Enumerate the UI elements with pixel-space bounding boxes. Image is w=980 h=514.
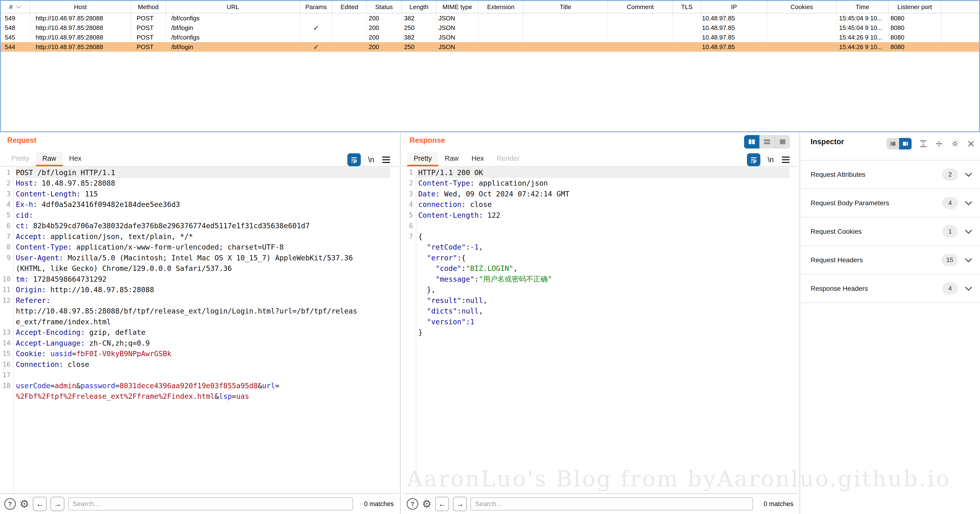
previous-match-button[interactable]: ← bbox=[435, 497, 449, 511]
inspector-section-request-cookies[interactable]: Request Cookies1 bbox=[801, 217, 980, 246]
column-header-mime-type[interactable]: MIME type bbox=[437, 1, 479, 13]
search-settings-gear-icon[interactable]: ⚙ bbox=[20, 499, 29, 509]
code-text: Accept: application/json, text/plain, */… bbox=[16, 231, 390, 242]
inspector-section-count-badge: 4 bbox=[942, 197, 958, 209]
request-search-input[interactable] bbox=[68, 498, 353, 511]
table-cell-ip: 10.48.97.85 bbox=[701, 33, 767, 42]
inspector-section-request-attributes[interactable]: Request Attributes2 bbox=[801, 160, 980, 189]
request-tab-hex[interactable]: Hex bbox=[63, 152, 88, 166]
code-text: Cookie: uasid=fbF0I-V0kyB9NPpAwrGSBk bbox=[16, 348, 390, 359]
table-cell-listener_port: 8080 bbox=[889, 23, 941, 33]
word-wrap-icon bbox=[749, 156, 758, 164]
dock-left-button[interactable] bbox=[887, 138, 899, 150]
code-text: Origin: http://10.48.97.85:28088 bbox=[16, 284, 390, 295]
column-header-method[interactable]: Method bbox=[131, 1, 166, 13]
response-inspector-divider[interactable] bbox=[800, 133, 800, 514]
inspector-settings-gear-icon[interactable] bbox=[951, 139, 959, 148]
column-header-ip[interactable]: IP bbox=[701, 1, 767, 13]
column-header-label: Method bbox=[138, 3, 159, 11]
request-editor[interactable]: 1POST /bf/login HTTP/1.12Host: 10.48.97.… bbox=[0, 167, 399, 493]
column-header-title[interactable]: Title bbox=[523, 1, 608, 13]
code-text: Content-Length: 122 bbox=[418, 210, 789, 220]
line-number: 6 bbox=[402, 222, 416, 230]
layout-single-button[interactable] bbox=[775, 135, 790, 148]
code-segment: gzip, deflate bbox=[85, 328, 145, 337]
table-row[interactable]: 544http://10.48.97.85:28088POST/bf/login… bbox=[1, 42, 979, 52]
code-segment: close bbox=[64, 360, 89, 369]
dock-right-button[interactable] bbox=[899, 138, 912, 150]
editor-menu-icon[interactable] bbox=[781, 156, 791, 164]
column-header-extension[interactable]: Extension bbox=[479, 1, 523, 13]
code-line: 11Origin: http://10.48.97.85:28088 bbox=[0, 284, 399, 295]
column-header-edited[interactable]: Edited bbox=[332, 1, 367, 13]
response-tab-hex[interactable]: Hex bbox=[465, 152, 490, 166]
response-tab-render[interactable]: Render bbox=[490, 152, 526, 166]
table-cell-host: http://10.48.97.85:28088 bbox=[30, 33, 131, 42]
response-tab-raw[interactable]: Raw bbox=[438, 152, 465, 166]
table-cell-cookies bbox=[767, 23, 837, 33]
code-segment: null bbox=[461, 307, 479, 315]
code-segment: "error" bbox=[418, 254, 457, 262]
request-tab-pretty[interactable]: Pretty bbox=[5, 152, 36, 166]
table-row[interactable]: 549http://10.48.97.85:28088POST/bf/confi… bbox=[1, 13, 979, 23]
column-header-time[interactable]: Time bbox=[837, 1, 889, 13]
column-header-label: Listener port bbox=[897, 3, 932, 11]
column-header-comment[interactable]: Comment bbox=[608, 1, 673, 13]
column-header-status[interactable]: Status bbox=[367, 1, 402, 13]
column-header-host[interactable]: Host bbox=[30, 1, 131, 13]
request-response-divider[interactable] bbox=[400, 133, 401, 514]
response-search-input[interactable] bbox=[471, 498, 753, 511]
column-header-label: Extension bbox=[487, 3, 514, 11]
line-number: 5 bbox=[402, 211, 416, 219]
code-text: HTTP/1.1 200 OK bbox=[418, 167, 789, 178]
column-header-params[interactable]: Params bbox=[300, 1, 332, 13]
code-segment: User-Agent: bbox=[16, 254, 64, 262]
editor-menu-icon[interactable] bbox=[381, 156, 391, 164]
close-icon[interactable] bbox=[967, 140, 975, 148]
layout-rows-button[interactable] bbox=[759, 135, 775, 148]
table-cell-cookies bbox=[767, 13, 837, 23]
code-text: cid: bbox=[16, 210, 390, 220]
table-row[interactable]: 545http://10.48.97.85:28088POST/bf/confi… bbox=[1, 33, 979, 42]
show-newlines-toggle[interactable]: \n bbox=[368, 155, 374, 164]
column-header--[interactable]: # bbox=[1, 1, 30, 13]
request-tab-raw[interactable]: Raw bbox=[36, 152, 63, 166]
response-panel-title: Response bbox=[410, 136, 445, 145]
table-cell-filler bbox=[941, 42, 979, 52]
table-cell-comment bbox=[608, 42, 673, 52]
line-number: 2 bbox=[0, 179, 14, 187]
column-header-url[interactable]: URL bbox=[166, 1, 300, 13]
code-segment: http://10.48.97.85:28088/bf/tpf/release_… bbox=[16, 307, 357, 315]
inspector-section-request-headers[interactable]: Request Headers15 bbox=[801, 246, 980, 275]
response-editor[interactable]: 1HTTP/1.1 200 OK2Content-Type: applicati… bbox=[402, 167, 799, 493]
response-tab-pretty[interactable]: Pretty bbox=[407, 152, 438, 166]
word-wrap-toggle-button[interactable] bbox=[747, 153, 760, 166]
code-segment: tm: bbox=[16, 275, 29, 283]
inspector-section-label: Request Cookies bbox=[811, 228, 862, 235]
search-settings-gear-icon[interactable]: ⚙ bbox=[422, 499, 431, 509]
inspector-section-response-headers[interactable]: Response Headers4 bbox=[801, 275, 980, 303]
table-row[interactable]: 548http://10.48.97.85:28088POST/bf/login… bbox=[1, 23, 979, 33]
previous-match-button[interactable]: ← bbox=[33, 497, 47, 511]
help-icon[interactable]: ? bbox=[407, 498, 418, 510]
code-text: Host: 10.48.97.85:28088 bbox=[16, 178, 390, 189]
table-cell-num: 549 bbox=[1, 13, 30, 23]
column-header-tls[interactable]: TLS bbox=[673, 1, 701, 13]
column-header-cookies[interactable]: Cookies bbox=[767, 1, 837, 13]
column-header-listener-port[interactable]: Listener port bbox=[889, 1, 941, 13]
code-segment: 122 bbox=[483, 211, 500, 219]
word-wrap-toggle-button[interactable] bbox=[347, 153, 361, 166]
help-icon[interactable]: ? bbox=[4, 498, 16, 510]
next-match-button[interactable]: → bbox=[453, 497, 467, 511]
column-header-length[interactable]: Length bbox=[402, 1, 437, 13]
table-cell-num: 544 bbox=[1, 42, 30, 52]
code-segment: uasid bbox=[51, 350, 72, 358]
collapse-all-icon[interactable] bbox=[935, 140, 943, 148]
table-cell-ip: 10.48.97.85 bbox=[701, 23, 767, 33]
expand-all-icon[interactable] bbox=[919, 140, 928, 148]
next-match-button[interactable]: → bbox=[51, 497, 64, 511]
params-check-icon: ✓ bbox=[313, 43, 319, 51]
layout-columns-button[interactable] bbox=[744, 135, 759, 148]
inspector-section-request-body-parameters[interactable]: Request Body Parameters4 bbox=[801, 189, 980, 217]
show-newlines-toggle[interactable]: \n bbox=[768, 155, 774, 164]
